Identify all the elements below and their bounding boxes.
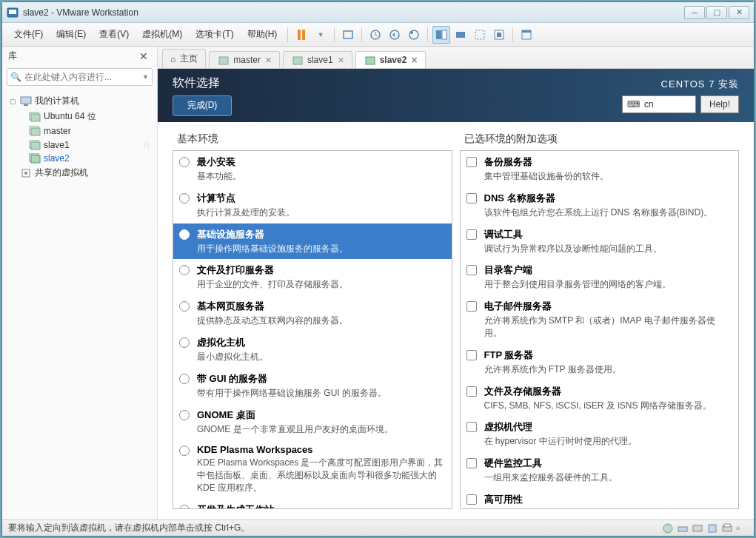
status-disk-icon[interactable] xyxy=(662,522,674,534)
menu-tabs[interactable]: 选项卡(T) xyxy=(190,25,239,44)
addon-row[interactable]: DNS 名称服务器该软件包组允许您在系统上运行 DNS 名称服务器(BIND)。 xyxy=(461,187,739,223)
status-chevrons-icon[interactable]: » xyxy=(736,522,748,534)
checkbox-icon[interactable] xyxy=(466,458,477,468)
done-button[interactable]: 完成(D) xyxy=(173,95,232,116)
menu-edit[interactable]: 编辑(E) xyxy=(50,25,92,44)
environment-row[interactable]: 虚拟化主机最小虚拟化主机。 xyxy=(173,332,452,368)
menu-vm[interactable]: 虚拟机(M) xyxy=(136,25,188,44)
environment-row[interactable]: 文件及打印服务器用于企业的文件、打印及存储服务器。 xyxy=(173,259,452,295)
checkbox-icon[interactable] xyxy=(466,301,477,312)
checkbox-icon[interactable] xyxy=(466,157,477,167)
addon-row[interactable]: 备份服务器集中管理基础设施备份的软件。 xyxy=(461,151,739,187)
tab-master[interactable]: master ✕ xyxy=(209,51,280,68)
menu-help[interactable]: 帮助(H) xyxy=(241,25,284,44)
fullscreen-button[interactable] xyxy=(490,26,508,44)
environment-row[interactable]: 计算节点执行计算及处理的安装。 xyxy=(173,187,452,223)
power-dropdown[interactable]: ▼ xyxy=(312,26,330,44)
radio-icon[interactable] xyxy=(179,301,190,312)
environment-row[interactable]: GNOME 桌面GNOME 是一个非常直观且用户友好的桌面环境。 xyxy=(173,404,452,440)
environment-name: 带 GUI 的服务器 xyxy=(197,372,444,386)
help-button[interactable]: Help! xyxy=(700,95,739,113)
svg-rect-33 xyxy=(709,525,716,532)
tree-expand-icon[interactable]: ▢ xyxy=(8,98,17,105)
environment-row[interactable]: 基本网页服务器提供静态及动态互联网内容的服务器。 xyxy=(173,295,452,332)
send-ctrl-alt-del-button[interactable] xyxy=(339,26,357,44)
sidebar-title: 库 xyxy=(8,50,136,62)
tab-slave1[interactable]: slave1 ✕ xyxy=(283,51,352,68)
environments-list[interactable]: 最小安装基本功能。计算节点执行计算及处理的安装。基础设施服务器用于操作网络基础设… xyxy=(173,150,452,509)
radio-icon[interactable] xyxy=(179,445,190,456)
tree-shared-vms[interactable]: 共享的虚拟机 xyxy=(5,165,154,181)
radio-icon[interactable] xyxy=(179,410,190,420)
minimize-button[interactable]: ─ xyxy=(684,6,705,19)
tree-vm-master[interactable]: master xyxy=(5,124,154,138)
radio-icon[interactable] xyxy=(179,229,190,240)
tab-home[interactable]: ⌂ 主页 xyxy=(162,49,206,68)
maximize-button[interactable]: ▢ xyxy=(706,6,727,19)
status-drive-icon[interactable] xyxy=(692,522,703,534)
search-input[interactable]: 🔍 ▼ xyxy=(7,68,153,86)
environment-desc: KDE Plasma Workspaces 是一个高度可配置图形用户界面，其中包… xyxy=(197,457,444,494)
addon-row[interactable]: 调试工具调试行为异常程序以及诊断性能问题的工具。 xyxy=(461,223,739,260)
addon-row[interactable]: FTP 服务器允许将系统作为 FTP 服务器使用。 xyxy=(461,344,739,380)
addon-row[interactable]: 目录客户端用于整合到使用目录服务管理的网络的客户端。 xyxy=(461,259,739,295)
status-sound-icon[interactable] xyxy=(706,522,718,534)
checkbox-icon[interactable] xyxy=(466,350,477,360)
checkbox-icon[interactable] xyxy=(466,265,477,275)
checkbox-icon[interactable] xyxy=(466,494,477,505)
addon-row[interactable]: 电子邮件服务器允许将系统作为 SMTP 和（或者）IMAP 电子邮件服务器使用。 xyxy=(461,295,739,344)
checkbox-icon[interactable] xyxy=(466,386,477,397)
svg-rect-7 xyxy=(436,30,441,39)
sidebar-close-icon[interactable]: ✕ xyxy=(136,50,151,62)
tab-close-icon[interactable]: ✕ xyxy=(265,56,272,65)
tree-vm-ubuntu[interactable]: Ubuntu 64 位 xyxy=(5,109,154,124)
svg-point-26 xyxy=(24,172,27,175)
tree-vm-slave2[interactable]: slave2 xyxy=(5,152,154,165)
svg-rect-22 xyxy=(31,142,40,149)
tab-close-icon[interactable]: ✕ xyxy=(411,56,418,65)
radio-icon[interactable] xyxy=(179,337,190,348)
keyboard-layout-box[interactable]: ⌨ cn xyxy=(622,95,696,113)
checkbox-icon[interactable] xyxy=(466,422,477,432)
checkbox-icon[interactable] xyxy=(466,229,477,240)
view-console-button[interactable] xyxy=(432,26,450,44)
radio-icon[interactable] xyxy=(179,157,190,167)
radio-icon[interactable] xyxy=(179,193,190,204)
tab-slave2[interactable]: slave2 ✕ xyxy=(355,51,426,68)
environment-row[interactable]: KDE Plasma WorkspacesKDE Plasma Workspac… xyxy=(173,440,452,498)
addon-row[interactable]: 硬件监控工具一组用来监控服务器硬件的工具。 xyxy=(461,452,739,488)
radio-icon[interactable] xyxy=(179,265,190,275)
radio-icon[interactable] xyxy=(179,374,190,384)
search-dropdown-icon[interactable]: ▼ xyxy=(142,73,149,81)
snapshot-mgr-button[interactable] xyxy=(405,26,423,44)
addons-list[interactable]: 备份服务器集中管理基础设施备份的软件。DNS 名称服务器该软件包组允许您在系统上… xyxy=(460,150,740,509)
addon-row[interactable]: 高可用性 xyxy=(461,488,739,509)
pause-button[interactable] xyxy=(292,26,310,44)
addon-row[interactable]: 虚拟机代理在 hypervisor 中运行时时使用的代理。 xyxy=(461,416,739,452)
favorite-icon[interactable]: ☆ xyxy=(142,139,151,150)
environment-row[interactable]: 开发及生成工作站用于软件、硬件、图形或者内容开发的工作站。 xyxy=(173,499,452,509)
environment-row[interactable]: 带 GUI 的服务器带有用于操作网络基础设施服务 GUI 的服务器。 xyxy=(173,368,452,404)
search-field[interactable] xyxy=(24,72,142,82)
tab-close-icon[interactable]: ✕ xyxy=(338,56,344,65)
tree-vm-slave1[interactable]: slave1 ☆ xyxy=(5,138,154,152)
stretch-button[interactable] xyxy=(471,26,489,44)
status-print-icon[interactable] xyxy=(721,522,733,534)
statusbar: 要将输入定向到该虚拟机，请在虚拟机内部单击或按 Ctrl+G。 » xyxy=(2,519,754,536)
view-thumbnail-button[interactable] xyxy=(452,26,469,44)
environment-row[interactable]: 基础设施服务器用于操作网络基础设施服务的服务器。 xyxy=(173,223,452,260)
menu-file[interactable]: 文件(F) xyxy=(8,25,49,44)
unity-button[interactable] xyxy=(518,26,535,44)
environment-desc: GNOME 是一个非常直观且用户友好的桌面环境。 xyxy=(197,423,444,436)
menu-view[interactable]: 查看(V) xyxy=(93,25,135,44)
tree-my-computer[interactable]: ▢ 我的计算机 xyxy=(5,93,154,109)
vm-icon xyxy=(217,55,229,65)
checkbox-icon[interactable] xyxy=(466,193,477,204)
status-net-icon[interactable] xyxy=(677,522,689,534)
environment-row[interactable]: 最小安装基本功能。 xyxy=(173,151,452,187)
revert-button[interactable] xyxy=(386,26,404,44)
addon-row[interactable]: 文件及存储服务器CIFS, SMB, NFS, iSCSI, iSER 及 iS… xyxy=(461,380,739,417)
snapshot-button[interactable] xyxy=(367,26,384,44)
close-button[interactable]: ✕ xyxy=(729,6,749,19)
radio-icon[interactable] xyxy=(179,505,190,509)
